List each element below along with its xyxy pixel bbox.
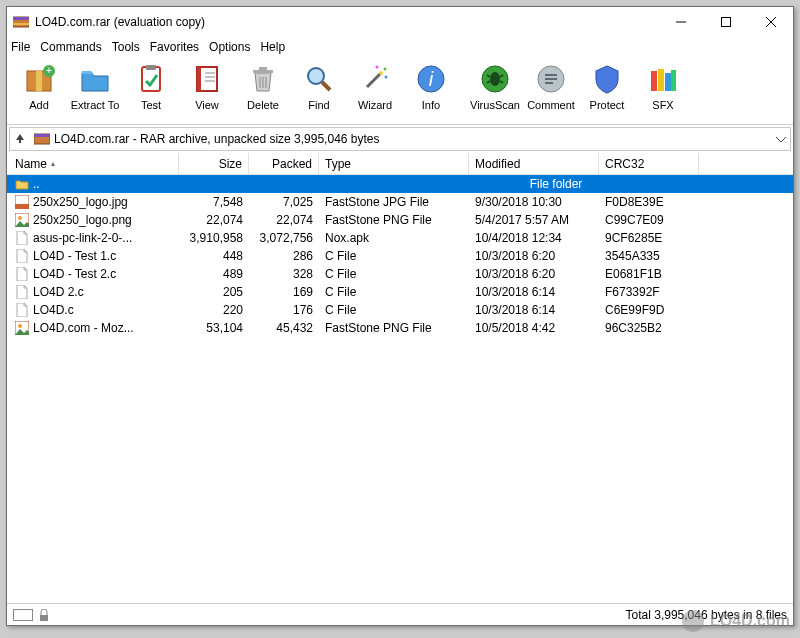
file-type: C File [319,303,469,317]
extract-button[interactable]: Extract To [67,61,123,121]
file-packed: 328 [249,267,319,281]
header-modified[interactable]: Modified [469,153,599,174]
virusscan-button[interactable]: VirusScan [467,61,523,121]
svg-rect-1 [13,17,29,20]
header-packed[interactable]: Packed [249,153,319,174]
menubar: File Commands Tools Favorites Options He… [7,37,793,57]
file-packed: 176 [249,303,319,317]
svg-point-29 [376,65,379,68]
watermark: LO4D.com [682,610,790,632]
header-type[interactable]: Type [319,153,469,174]
svg-point-30 [385,75,388,78]
close-button[interactable] [748,7,793,37]
delete-button[interactable]: Delete [235,61,291,121]
file-list[interactable]: .. File folder 250x250_logo.jpg7,5487,02… [7,175,793,603]
wizard-button[interactable]: Wizard [347,61,403,121]
sort-asc-icon: ▴ [51,159,55,168]
protect-button[interactable]: Protect [579,61,635,121]
find-button[interactable]: Find [291,61,347,121]
parent-folder-row[interactable]: .. File folder [7,175,793,193]
info-icon: i [415,63,447,95]
file-name: LO4D 2.c [33,285,84,299]
file-type: C File [319,249,469,263]
file-crc: E0681F1B [599,267,699,281]
up-button[interactable] [10,132,30,147]
svg-rect-5 [721,18,730,27]
sfx-button[interactable]: SFX [635,61,691,121]
file-modified: 10/5/2018 4:42 [469,321,599,335]
up-arrow-icon [14,132,26,144]
menu-options[interactable]: Options [209,40,250,54]
svg-rect-13 [146,65,156,70]
add-button[interactable]: +Add [11,61,67,121]
file-size: 3,910,958 [179,231,249,245]
app-icon [13,14,29,30]
svg-rect-19 [253,70,273,73]
svg-rect-12 [142,67,160,91]
file-row[interactable]: LO4D - Test 2.c489328C File10/3/2018 6:2… [7,265,793,283]
info-button[interactable]: iInfo [403,61,459,121]
file-row[interactable]: 250x250_logo.jpg7,5487,025FastStone JPG … [7,193,793,211]
png-file-icon [15,321,29,335]
test-button[interactable]: Test [123,61,179,121]
shield-icon [591,63,623,95]
svg-rect-20 [259,67,267,70]
main-window: LO4D.com.rar (evaluation copy) File Comm… [6,6,794,626]
png-file-icon [15,213,29,227]
menu-help[interactable]: Help [260,40,285,54]
file-crc: 3545A335 [599,249,699,263]
maximize-button[interactable] [703,7,748,37]
file-type: FastStone PNG File [319,213,469,227]
svg-point-34 [490,72,500,86]
svg-line-25 [322,82,330,90]
file-size: 220 [179,303,249,317]
menu-file[interactable]: File [11,40,30,54]
bug-scan-icon [479,63,511,95]
menu-tools[interactable]: Tools [112,40,140,54]
view-button[interactable]: View [179,61,235,121]
svg-rect-50 [15,204,29,209]
folder-extract-icon [79,63,111,95]
header-size[interactable]: Size [179,153,249,174]
file-crc: C99C7E09 [599,213,699,227]
comment-button[interactable]: Comment [523,61,579,121]
svg-point-54 [18,324,22,328]
address-bar[interactable]: LO4D.com.rar - RAR archive, unpacked siz… [9,127,791,151]
file-size: 448 [179,249,249,263]
menu-commands[interactable]: Commands [40,40,101,54]
window-controls [658,7,793,37]
path-dropdown-button[interactable] [772,132,790,146]
menu-favorites[interactable]: Favorites [150,40,199,54]
window-title: LO4D.com.rar (evaluation copy) [35,15,658,29]
file-name: LO4D.c [33,303,74,317]
file-packed: 7,025 [249,195,319,209]
svg-rect-44 [658,69,664,91]
header-name[interactable]: Name▴ [9,153,179,174]
file-name: asus-pc-link-2-0-... [33,231,132,245]
file-row[interactable]: LO4D.c220176C File10/3/2018 6:14C6E99F9D [7,301,793,319]
file-row[interactable]: asus-pc-link-2-0-...3,910,9583,072,756No… [7,229,793,247]
jpg-file-icon [15,195,29,209]
file-size: 489 [179,267,249,281]
svg-point-28 [384,67,387,70]
file-packed: 169 [249,285,319,299]
file-name: LO4D - Test 2.c [33,267,116,281]
watermark-badge-icon [682,610,704,632]
header-crc[interactable]: CRC32 [599,153,699,174]
folder-up-icon [15,177,29,191]
file-modified: 10/3/2018 6:20 [469,267,599,281]
file-row[interactable]: LO4D.com - Moz...53,10445,432FastStone P… [7,319,793,337]
file-modified: 10/3/2018 6:20 [469,249,599,263]
file-row[interactable]: LO4D - Test 1.c448286C File10/3/2018 6:2… [7,247,793,265]
file-modified: 5/4/2017 5:57 AM [469,213,599,227]
titlebar: LO4D.com.rar (evaluation copy) [7,7,793,37]
file-type: FastStone PNG File [319,321,469,335]
file-crc: F0D8E39E [599,195,699,209]
file-row[interactable]: LO4D 2.c205169C File10/3/2018 6:14F67339… [7,283,793,301]
file-row[interactable]: 250x250_logo.png22,07422,074FastStone PN… [7,211,793,229]
file-packed: 3,072,756 [249,231,319,245]
svg-rect-45 [665,73,671,91]
file-size: 205 [179,285,249,299]
minimize-button[interactable] [658,7,703,37]
file-size: 22,074 [179,213,249,227]
